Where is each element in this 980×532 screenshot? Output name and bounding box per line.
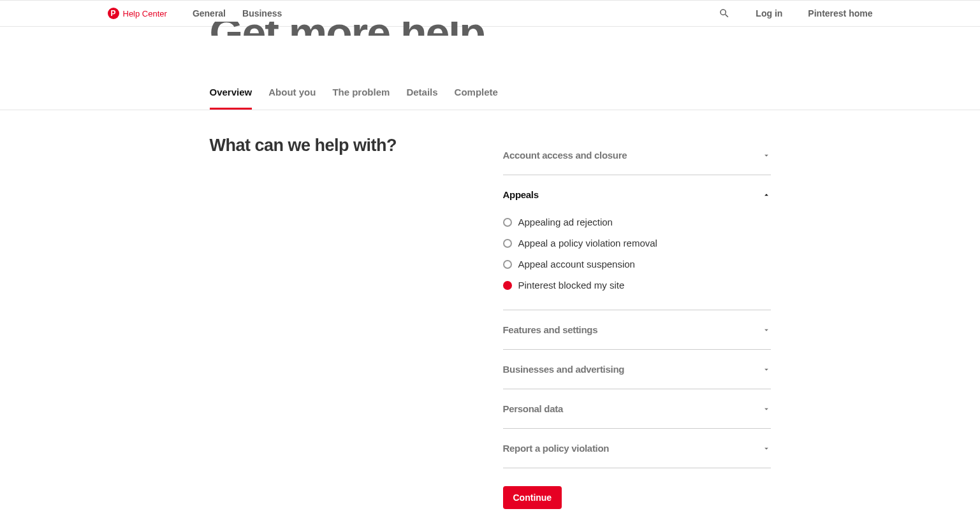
logo-text: Help Center xyxy=(123,9,167,18)
category-title: Businesses and advertising xyxy=(503,364,625,375)
option-label: Appeal account suspension xyxy=(518,259,635,270)
option-label: Appealing ad rejection xyxy=(518,217,613,227)
option-appeal-suspension[interactable]: Appeal account suspension xyxy=(503,254,771,275)
pinterest-icon: P xyxy=(108,8,119,19)
tab-about-you[interactable]: About you xyxy=(268,87,316,110)
category-appeals: Appeals Appealing ad rejection Appeal a … xyxy=(503,175,771,310)
category-toggle[interactable]: Report a policy violation xyxy=(503,443,771,454)
continue-button[interactable]: Continue xyxy=(503,486,562,509)
category-toggle[interactable]: Businesses and advertising xyxy=(503,364,771,375)
tab-details[interactable]: Details xyxy=(406,87,437,110)
option-label: Pinterest blocked my site xyxy=(518,280,625,291)
search-icon[interactable] xyxy=(719,8,730,19)
category-toggle[interactable]: Appeals xyxy=(503,189,771,200)
category-title: Personal data xyxy=(503,403,563,414)
category-account-access: Account access and closure xyxy=(503,136,771,175)
radio-icon-selected xyxy=(503,281,512,290)
chevron-up-icon xyxy=(762,191,771,199)
login-link[interactable]: Log in xyxy=(756,8,782,18)
radio-icon xyxy=(503,218,512,227)
nav-general[interactable]: General xyxy=(193,8,226,18)
category-toggle[interactable]: Personal data xyxy=(503,403,771,414)
option-blocked-site[interactable]: Pinterest blocked my site xyxy=(503,275,771,296)
tab-problem[interactable]: The problem xyxy=(332,87,390,110)
chevron-down-icon xyxy=(762,444,771,453)
chevron-down-icon xyxy=(762,405,771,413)
category-toggle[interactable]: Account access and closure xyxy=(503,150,771,161)
chevron-down-icon xyxy=(762,326,771,334)
radio-icon xyxy=(503,239,512,248)
question-heading: What can we help with? xyxy=(210,136,478,155)
option-label: Appeal a policy violation removal xyxy=(518,238,657,248)
home-link[interactable]: Pinterest home xyxy=(808,8,872,18)
category-personal-data: Personal data xyxy=(503,389,771,429)
tab-complete[interactable]: Complete xyxy=(455,87,498,110)
category-features-settings: Features and settings xyxy=(503,310,771,350)
nav-business[interactable]: Business xyxy=(242,8,282,18)
option-appeal-policy-violation[interactable]: Appeal a policy violation removal xyxy=(503,233,771,254)
page-title-cut: Get more help xyxy=(210,22,771,36)
radio-icon xyxy=(503,260,512,269)
chevron-down-icon xyxy=(762,151,771,160)
logo[interactable]: P Help Center xyxy=(108,8,167,19)
chevron-down-icon xyxy=(762,365,771,374)
category-title: Report a policy violation xyxy=(503,443,610,454)
category-businesses-advertising: Businesses and advertising xyxy=(503,350,771,389)
tab-overview[interactable]: Overview xyxy=(210,87,252,110)
step-tabs: Overview About you The problem Details C… xyxy=(203,87,777,110)
category-title: Appeals xyxy=(503,189,539,200)
option-appeal-ad-rejection[interactable]: Appealing ad rejection xyxy=(503,212,771,233)
category-list: Account access and closure Appeals Appea… xyxy=(503,136,771,509)
category-report-policy: Report a policy violation xyxy=(503,429,771,468)
category-toggle[interactable]: Features and settings xyxy=(503,324,771,335)
category-title: Features and settings xyxy=(503,324,598,335)
category-title: Account access and closure xyxy=(503,150,627,161)
